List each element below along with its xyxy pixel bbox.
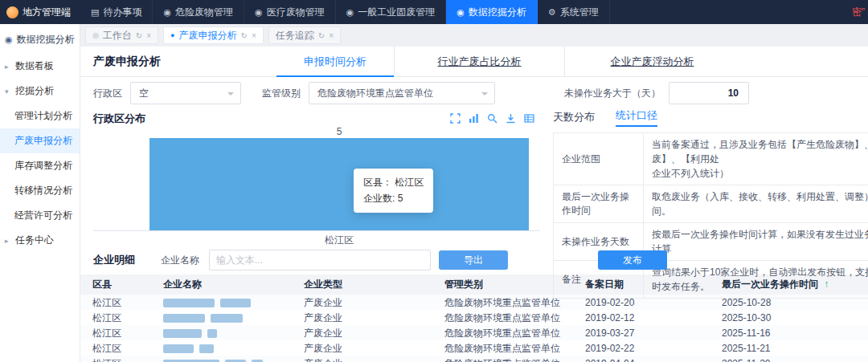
page-header: 产废申报分析 申报时间分析 行业产废占比分析 企业产废浮动分析 xyxy=(80,47,868,77)
tab-declaration-time-analysis[interactable]: 申报时间分析 xyxy=(276,47,394,76)
criteria-value: 取危废业务（入库、接收、转移、利用处置、调整）的最后一次操作时间。 xyxy=(644,185,868,223)
data-mining-icon: ◉ xyxy=(457,7,465,18)
chevron-right-icon: ▸ xyxy=(5,237,12,245)
publish-button[interactable]: 发布 xyxy=(598,250,667,270)
sort-ascending-icon[interactable]: ↑ xyxy=(824,279,829,290)
cell-enterprise-type: 产废企业 xyxy=(297,310,438,325)
close-icon[interactable]: × xyxy=(146,31,151,40)
download-icon[interactable] xyxy=(506,113,517,124)
chevron-down-icon xyxy=(227,92,234,99)
enterprise-name-input[interactable] xyxy=(209,250,431,270)
top-menu-medical-waste[interactable]: ◉ 医疗废物管理 xyxy=(244,0,336,24)
cell-enterprise-type: 产废企业 xyxy=(297,340,438,356)
data-mining-icon: ◉ xyxy=(5,35,13,45)
refresh-icon[interactable]: ↻ xyxy=(318,31,325,40)
cell-management-category: 危险废物环境重点监管单位 xyxy=(438,310,579,325)
sidebar-item-task-center[interactable]: ▸ 任务中心 xyxy=(0,228,80,253)
enterprise-name-label: 企业名称 xyxy=(161,254,199,267)
col-header-enterprise-type[interactable]: 企业类型 xyxy=(297,275,438,295)
criteria-tabs: 天数分布 统计口径 xyxy=(553,109,868,127)
top-menu-industrial-solid-waste[interactable]: ◉ 一般工业固废管理 xyxy=(336,0,447,24)
inactive-days-label: 未操作业务大于（天） xyxy=(564,87,661,100)
table-row[interactable]: 松江区 产废企业 危险废物环境重点监管单位 2019-02-20 2025-10… xyxy=(80,295,868,310)
bar-songjiang[interactable] xyxy=(149,138,529,230)
sidebar-group-label: 任务中心 xyxy=(15,234,54,247)
cell-last-operation: 2025-10-30 xyxy=(715,310,868,325)
cell-enterprise-name-redacted xyxy=(157,295,297,310)
bar-value-label: 5 xyxy=(149,126,529,137)
view-tab-label: 任务追踪 xyxy=(276,29,314,43)
data-view-icon[interactable] xyxy=(524,113,535,124)
top-menu-system-settings[interactable]: ⚙ 系统管理 xyxy=(538,0,610,24)
fullscreen-icon[interactable] xyxy=(450,113,461,124)
criteria-row: 企业范围 当前备案通过，且涉及业务包括【产生危险废物】、【豁免利用处置危废】、【… xyxy=(554,133,868,185)
tab-industry-ratio-analysis[interactable]: 行业产废占比分析 xyxy=(394,47,564,76)
zoom-icon[interactable] xyxy=(487,113,498,124)
sidebar-item-license-analysis[interactable]: 经营许可分析 xyxy=(0,203,80,228)
col-header-enterprise-name[interactable]: 企业名称 xyxy=(157,275,297,295)
top-menu-todo[interactable]: ▤ 待办事项 xyxy=(80,0,153,24)
col-header-district[interactable]: 区县 xyxy=(80,275,157,295)
cell-management-category: 危险废物环境重点监管单位 xyxy=(438,325,579,340)
sidebar-title-label: 数据挖掘分析 xyxy=(17,33,75,47)
top-menu-label: 待办事项 xyxy=(103,6,141,19)
tab-enterprise-fluctuation-analysis[interactable]: 企业产废浮动分析 xyxy=(564,47,739,76)
todo-list-icon: ▤ xyxy=(91,7,99,18)
criteria-label: 企业范围 xyxy=(554,133,644,185)
sidebar-item-mining-analysis[interactable]: ▾ 挖掘分析 xyxy=(0,79,80,104)
inactive-days-input[interactable] xyxy=(669,82,749,104)
app-logo-icon xyxy=(6,6,18,18)
view-tab-workbench[interactable]: ◎ 工作台 ↻ × xyxy=(85,26,158,44)
top-menu-hazardous-waste[interactable]: ◉ 危险废物管理 xyxy=(153,0,244,24)
sidebar-item-management-plan-analysis[interactable]: 管理计划分析 xyxy=(0,104,80,128)
app-brand: 地方管理端 xyxy=(0,0,80,24)
supervision-level-label: 监管级别 xyxy=(262,87,301,100)
circle-icon: ◎ xyxy=(92,31,99,39)
criteria-row: 最后一次业务操作时间 取危废业务（入库、接收、转移、利用处置、调整）的最后一次操… xyxy=(554,185,868,223)
criteria-value: 当前备案通过，且涉及业务包括【产生危险废物】、【豁免利用处置危废】、【利用处 企… xyxy=(644,133,868,185)
app-root: 地方管理端 ▤ 待办事项 ◉ 危险废物管理 ◉ 医疗废物管理 ◉ 一般工业固废管… xyxy=(0,0,868,362)
bar-chart-icon[interactable] xyxy=(469,113,480,124)
top-menu-label: 医疗废物管理 xyxy=(267,6,325,19)
supervision-level-select[interactable]: 危险废物环境重点监管单位 xyxy=(309,82,495,104)
cell-district: 松江区 xyxy=(80,356,157,362)
enterprise-table: 区县 企业名称 企业类型 管理类别 备案日期 最后一次业务操作时间 ↑ 松江区 … xyxy=(80,275,868,362)
table-row[interactable]: 松江区 产废企业 危险废物环境重点监管单位 2019-04-04 2025-11… xyxy=(80,356,868,362)
cell-enterprise-type: 产废企业 xyxy=(297,325,438,340)
close-icon[interactable]: × xyxy=(329,31,334,40)
supervision-level-value: 危险废物环境重点监管单位 xyxy=(317,87,433,100)
bar-chart-plot[interactable]: 5 区县： 松江区 企业数: 5 xyxy=(93,128,540,231)
sidebar-item-waste-declaration-analysis[interactable]: 产废申报分析 xyxy=(0,128,80,153)
top-menu-data-mining[interactable]: ◉ 数据挖掘分析 xyxy=(446,0,538,24)
view-tab-label: 产废申报分析 xyxy=(179,29,237,43)
top-menu-label: 系统管理 xyxy=(560,6,599,19)
sidebar-group-label: 数据看板 xyxy=(15,59,54,73)
refresh-icon[interactable]: ↻ xyxy=(241,31,248,40)
tab-days-distribution[interactable]: 天数分布 xyxy=(553,110,595,127)
view-tab-task-tracking[interactable]: 任务追踪 ↻ × xyxy=(268,26,341,44)
sidebar-item-dashboard[interactable]: ▸ 数据看板 xyxy=(0,54,80,79)
filter-bar: 行政区 空 监管级别 危险废物环境重点监管单位 未操作业务大于（天） xyxy=(80,77,868,109)
export-button[interactable]: 导出 xyxy=(439,250,508,270)
table-row[interactable]: 松江区 产废企业 危险废物环境重点监管单位 2019-02-12 2025-10… xyxy=(80,310,868,325)
sidebar-item-inventory-adjustment-analysis[interactable]: 库存调整分析 xyxy=(0,153,80,178)
table-row[interactable]: 松江区 产废企业 危险废物环境重点监管单位 2019-02-22 2025-11… xyxy=(80,340,868,356)
top-menu-label: 一般工业固废管理 xyxy=(358,6,435,19)
cell-record-date: 2019-03-27 xyxy=(579,325,715,340)
col-header-label: 最后一次业务操作时间 xyxy=(722,279,818,290)
cell-record-date: 2019-02-12 xyxy=(579,310,715,325)
dot-icon: ● xyxy=(170,31,174,39)
hazardous-waste-icon: ◉ xyxy=(163,7,171,18)
district-select-value: 空 xyxy=(139,87,149,100)
industrial-solid-waste-icon: ◉ xyxy=(346,7,354,18)
table-row[interactable]: 松江区 产废企业 危险废物环境重点监管单位 2019-03-27 2025-11… xyxy=(80,325,868,340)
sidebar: ◉ 数据挖掘分析 ▸ 数据看板 ▾ 挖掘分析 管理计划分析 产废申报分析 库存调… xyxy=(0,24,80,362)
topbar-right-text: 密” xyxy=(852,0,868,24)
refresh-icon[interactable]: ↻ xyxy=(136,31,142,40)
sidebar-item-transfer-analysis[interactable]: 转移情况分析 xyxy=(0,178,80,203)
view-tab-waste-declaration-analysis[interactable]: ● 产废申报分析 ↻ × xyxy=(163,26,264,44)
tab-statistics-criteria[interactable]: 统计口径 xyxy=(616,108,657,127)
district-select[interactable]: 空 xyxy=(130,82,241,104)
close-icon[interactable]: × xyxy=(252,31,256,40)
chevron-down-icon xyxy=(481,92,488,99)
